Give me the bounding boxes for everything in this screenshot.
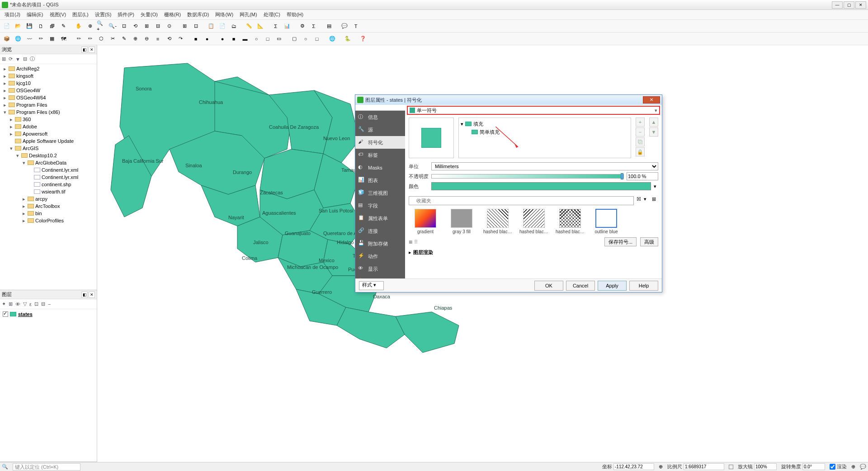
style-icon[interactable]: ✦: [2, 301, 6, 307]
unit-select[interactable]: Millimeters: [431, 162, 658, 170]
panel-undock-button[interactable]: ◧: [81, 47, 88, 53]
sidebar-tab-附加存储[interactable]: 💾附加存储: [355, 237, 405, 250]
toolbar-button[interactable]: ⊙: [164, 21, 174, 31]
tree-item[interactable]: ▸Apowersoft: [1, 130, 96, 137]
sidebar-tab-三维视图[interactable]: 🧊三维视图: [355, 187, 405, 199]
menu-item[interactable]: 设置(S): [92, 10, 114, 19]
toolbar-button[interactable]: 🗊: [47, 21, 57, 31]
tree-item[interactable]: ▸arcpy: [1, 195, 96, 203]
toolbar-button[interactable]: ▭: [274, 34, 284, 44]
magnifier-input[interactable]: [754, 463, 777, 470]
tree-item[interactable]: Continent.lyr.xml: [1, 174, 96, 181]
style-item[interactable]: gray 3 fill: [448, 209, 476, 234]
toolbar-button[interactable]: ⊖: [142, 34, 151, 44]
toolbar-button[interactable]: □: [312, 34, 322, 44]
properties-icon[interactable]: ⓘ: [30, 56, 35, 62]
toolbar-button[interactable]: ○: [251, 34, 261, 44]
crs-icon[interactable]: ⊕: [851, 464, 855, 470]
visibility-icon[interactable]: 👁: [15, 301, 20, 307]
duplicate-button[interactable]: ⿻: [636, 137, 645, 146]
tree-item[interactable]: wsiearth.tif: [1, 188, 96, 195]
ok-button[interactable]: OK: [534, 281, 563, 291]
style-dropdown[interactable]: 样式 ▾: [359, 281, 384, 290]
toolbar-button[interactable]: ▦: [47, 34, 57, 44]
close-button[interactable]: ✕: [855, 1, 866, 9]
tree-item[interactable]: ▸kjcg10: [1, 80, 96, 87]
toolbar-button[interactable]: ⬡: [96, 34, 106, 44]
menu-item[interactable]: 帮助(H): [284, 10, 306, 19]
panel-undock-button[interactable]: ◧: [81, 292, 88, 298]
toolbar-button[interactable]: ≡: [153, 34, 163, 44]
minimize-button[interactable]: —: [832, 1, 843, 9]
tree-item[interactable]: ▾Program Files (x86): [1, 108, 96, 116]
tree-item[interactable]: ▸Adobe: [1, 123, 96, 130]
tree-item[interactable]: ▸kingsoft: [1, 72, 96, 80]
sidebar-tab-Masks[interactable]: ◐Masks: [355, 161, 405, 174]
toolbar-button[interactable]: ▬: [240, 34, 250, 44]
toolbar-button[interactable]: ○: [301, 34, 311, 44]
expand-icon[interactable]: ⊡: [34, 301, 38, 307]
rotation-input[interactable]: [802, 463, 825, 470]
toolbar-button[interactable]: ↷: [175, 34, 185, 44]
expr-filter-icon[interactable]: ε: [29, 301, 32, 307]
toolbar-button[interactable]: ⊕: [130, 34, 140, 44]
tree-item[interactable]: ▸ColorProfiles: [1, 217, 96, 224]
dialog-search[interactable]: [355, 105, 405, 111]
toolbar-button[interactable]: ⚙: [297, 21, 307, 31]
filter-icon[interactable]: ▼: [15, 57, 20, 62]
collapse-icon[interactable]: ⊟: [41, 301, 45, 307]
locator-input[interactable]: 键入以定位 (Ctrl+K): [13, 463, 80, 471]
advanced-button[interactable]: 高级: [640, 237, 658, 246]
style-item[interactable]: hashed black /: [484, 209, 512, 234]
messages-icon[interactable]: 💬: [860, 464, 866, 470]
toolbar-button[interactable]: 🔍+: [96, 21, 106, 31]
sidebar-tab-连接[interactable]: 🔗连接: [355, 225, 405, 237]
menu-item[interactable]: 视图(V): [47, 10, 69, 19]
tree-item[interactable]: ▾ArcGIS: [1, 145, 96, 152]
toolbar-button[interactable]: 🐍: [343, 34, 353, 44]
toolbar-button[interactable]: 🗋: [36, 21, 46, 31]
add-group-icon[interactable]: ⊞: [9, 301, 13, 307]
menu-item[interactable]: 矢量(O): [138, 10, 160, 19]
add-layer-icon[interactable]: ⊞: [2, 56, 6, 62]
tree-item[interactable]: ▸OSGeo4W64: [1, 94, 96, 101]
coord-input[interactable]: [613, 463, 654, 470]
browser-tree[interactable]: ▸ArchiReg2▸kingsoft▸kjcg10▸OSGeo4W▸OSGeo…: [0, 64, 97, 290]
menu-item[interactable]: 数据库(D): [184, 10, 212, 19]
toolbar-button[interactable]: ⟲: [130, 21, 140, 31]
symbol-layer-tree[interactable]: ▾填充 简单填充: [458, 118, 631, 158]
move-down-button[interactable]: ▼: [649, 127, 658, 137]
toolbar-button[interactable]: ⊡: [119, 21, 129, 31]
layer-item[interactable]: states: [1, 310, 96, 318]
move-up-button[interactable]: ▲: [649, 118, 658, 127]
toolbar-button[interactable]: 🌐: [327, 34, 337, 44]
toolbar-button[interactable]: ▤: [324, 21, 334, 31]
sidebar-tab-字段[interactable]: ▤字段: [355, 199, 405, 212]
favorites-search-input[interactable]: [409, 196, 634, 205]
sidebar-tab-源[interactable]: 🔧源: [355, 123, 405, 136]
toolbar-button[interactable]: 📊: [282, 21, 292, 31]
toolbar-button[interactable]: 🗂: [229, 21, 239, 31]
toolbar-button[interactable]: 📂: [13, 21, 23, 31]
remove-symbol-layer-button[interactable]: −: [636, 127, 645, 137]
menu-item[interactable]: 图层(L): [70, 10, 91, 19]
toolbar-button[interactable]: 🔍-: [108, 21, 118, 31]
maximize-button[interactable]: ▢: [844, 1, 854, 9]
sidebar-tab-符号化[interactable]: 🖌符号化: [355, 136, 405, 149]
layer-checkbox[interactable]: [3, 311, 8, 317]
panel-close-button[interactable]: ✕: [89, 292, 95, 298]
scale-input[interactable]: [684, 463, 724, 470]
toolbar-button[interactable]: ■: [229, 34, 239, 44]
toolbar-button[interactable]: 📄: [217, 21, 227, 31]
help-button[interactable]: Help: [629, 281, 658, 291]
style-item[interactable]: hashed black \: [520, 209, 548, 234]
menu-item[interactable]: 网络(W): [212, 10, 236, 19]
expand-icon[interactable]: ▾: [461, 121, 463, 127]
style-item[interactable]: hashed black X: [556, 209, 584, 234]
toolbar-button[interactable]: T: [351, 21, 361, 31]
toolbar-button[interactable]: ■: [191, 34, 201, 44]
tree-item[interactable]: ▸Program Files: [1, 101, 96, 108]
sidebar-tab-渲染[interactable]: 🎨渲染: [355, 275, 405, 278]
toolbar-button[interactable]: 〰: [24, 34, 34, 44]
tree-item[interactable]: ▸ArchiReg2: [1, 65, 96, 72]
